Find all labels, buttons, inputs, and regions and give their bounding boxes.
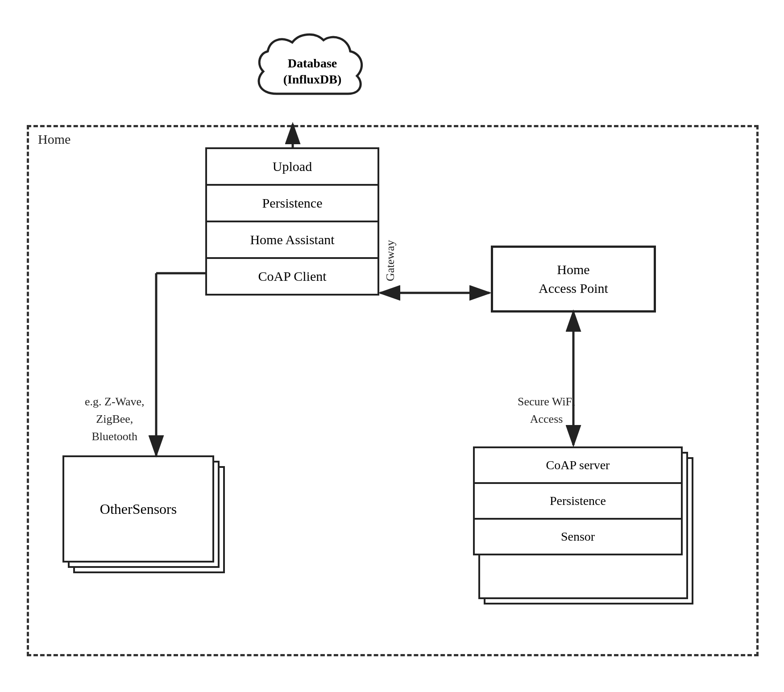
iot-row-persistence: Persistence [475, 484, 681, 520]
sensor-layer-front: Other Sensors [62, 455, 214, 563]
iot-layer-front: CoAP server Persistence Sensor [473, 446, 683, 555]
gateway-row-upload: Upload [207, 149, 377, 186]
iot-row-coap: CoAP server [475, 448, 681, 484]
gateway-box: Upload Persistence Home Assistant CoAP C… [205, 147, 379, 296]
database-label: Database (InfluxDB) [283, 55, 342, 88]
protocols-label: e.g. Z-Wave,ZigBee,Bluetooth [85, 393, 145, 445]
gateway-stack: Upload Persistence Home Assistant CoAP C… [205, 147, 379, 296]
home-access-point-box: Home Access Point [491, 246, 656, 313]
home-label: Home [38, 132, 71, 147]
gateway-row-coapclient: CoAP Client [207, 259, 377, 294]
gateway-label: Gateway [384, 192, 397, 281]
iot-row-sensor: Sensor [475, 520, 681, 554]
wifi-label: Secure WiFiAccess [518, 393, 575, 428]
diagram-container: Database (InfluxDB) Home Upload Persiste… [18, 18, 766, 674]
gateway-row-persistence: Persistence [207, 186, 377, 222]
gateway-row-homeassistant: Home Assistant [207, 222, 377, 259]
database-cloud: Database (InfluxDB) [236, 22, 388, 121]
